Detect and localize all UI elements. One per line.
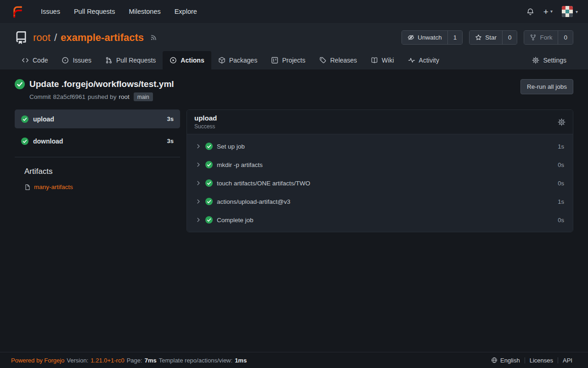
tab-releases[interactable]: Releases — [312, 51, 364, 69]
star-button-group: Star 0 — [469, 30, 517, 45]
tab-code[interactable]: Code — [15, 51, 55, 69]
watchers-count[interactable]: 1 — [447, 31, 463, 44]
code-icon — [22, 57, 29, 64]
fork-button-group: Fork 0 — [524, 30, 573, 45]
project-icon — [271, 57, 278, 64]
tab-settings[interactable]: Settings — [525, 51, 573, 69]
footer-meta: Powered by Forgejo Version: 1.21.0+1-rc0… — [11, 357, 247, 364]
repo-tabs: Code Issues Pull Requests Actions Packag… — [15, 51, 573, 69]
step-row-mkdir[interactable]: mkdir -p artifacts 0s — [187, 155, 573, 174]
api-link[interactable]: API — [558, 357, 577, 364]
forks-count[interactable]: 0 — [558, 31, 573, 44]
fork-label: Fork — [540, 34, 552, 41]
step-success-icon — [205, 216, 213, 224]
job-detail-status: Success — [194, 123, 217, 130]
tab-projects[interactable]: Projects — [264, 51, 312, 69]
step-success-icon — [205, 179, 213, 187]
version-link[interactable]: 1.21.0+1-rc0 — [90, 357, 124, 364]
job-steps-list: Set up job 1s mkdir -p artifacts 0s touc… — [187, 134, 573, 232]
commit-sha-link[interactable]: 82a5cf6961 — [53, 93, 86, 100]
chevron-right-icon — [196, 180, 201, 186]
job-detail-panel: upload Success Set up job 1s mkdir -p — [187, 109, 573, 232]
job-detail-title: upload — [194, 114, 217, 122]
star-icon — [475, 34, 482, 41]
job-options-button[interactable] — [558, 118, 565, 126]
settings-gear-icon — [532, 57, 539, 64]
globe-icon — [491, 357, 498, 363]
create-new-button[interactable]: +▾ — [543, 7, 553, 16]
watch-button-group: Unwatch 1 — [401, 30, 463, 45]
fork-button[interactable]: Fork — [524, 31, 558, 44]
actions-run-view: Update .forgejo/workflows/test.yml Commi… — [0, 69, 588, 352]
plus-icon: + — [543, 7, 548, 16]
package-icon — [218, 57, 226, 64]
job-item-download[interactable]: download 3s — [15, 132, 180, 150]
nav-milestones[interactable]: Milestones — [122, 4, 167, 19]
run-subtitle: Commit 82a5cf6961 pushed by root main — [29, 92, 174, 101]
nav-pull-requests[interactable]: Pull Requests — [67, 4, 122, 19]
tab-pull-requests[interactable]: Pull Requests — [98, 51, 163, 69]
step-row-touch-artifacts[interactable]: touch artifacts/ONE artifacts/TWO 0s — [187, 174, 573, 192]
step-row-set-up-job[interactable]: Set up job 1s — [187, 137, 573, 155]
nav-explore[interactable]: Explore — [168, 4, 204, 19]
page-time-label: Page: — [127, 357, 142, 364]
unwatch-label: Unwatch — [418, 34, 442, 41]
language-selector[interactable]: English — [486, 357, 525, 364]
repo-icon — [15, 31, 28, 44]
template-time-label: Template repo/actions/view: — [159, 357, 232, 364]
powered-by-link[interactable]: Powered by Forgejo — [11, 357, 64, 364]
repo-owner-link[interactable]: root — [33, 32, 51, 44]
chevron-right-icon — [196, 162, 201, 167]
tab-wiki[interactable]: Wiki — [364, 51, 401, 69]
job-detail-header: upload Success — [187, 110, 573, 134]
step-row-complete-job[interactable]: Complete job 0s — [187, 211, 573, 229]
step-success-icon — [205, 198, 213, 205]
star-button[interactable]: Star — [469, 31, 502, 44]
sidebar-divider — [15, 157, 180, 157]
job-item-upload[interactable]: upload 3s — [15, 109, 180, 128]
tab-issues[interactable]: Issues — [55, 51, 98, 69]
repo-separator: / — [54, 32, 57, 44]
page-footer: Powered by Forgejo Version: 1.21.0+1-rc0… — [0, 352, 588, 368]
run-info: Update .forgejo/workflows/test.yml Commi… — [15, 79, 174, 101]
repo-header: root / example-artifacts — [0, 23, 588, 69]
artifact-link-many-artifacts[interactable]: many-artifacts — [15, 184, 180, 190]
stars-count[interactable]: 0 — [502, 31, 517, 44]
version-label: Version: — [67, 357, 88, 364]
user-menu[interactable]: ▾ — [562, 6, 578, 17]
repo-title: root / example-artifacts — [33, 32, 144, 44]
rss-button[interactable] — [150, 34, 157, 41]
repo-name-link[interactable]: example-artifacts — [61, 32, 144, 44]
artifacts-heading: Artifacts — [15, 167, 180, 176]
tab-actions[interactable]: Actions — [163, 51, 211, 69]
chevron-right-icon — [196, 144, 201, 149]
rerun-all-jobs-button[interactable]: Re-run all jobs — [520, 79, 573, 94]
chevron-down-icon: ▾ — [576, 9, 578, 14]
tag-icon — [319, 57, 327, 64]
book-icon — [371, 57, 378, 64]
notifications-button[interactable] — [526, 8, 534, 16]
eye-off-icon — [407, 34, 414, 41]
top-navbar: Issues Pull Requests Milestones Explore … — [0, 0, 588, 23]
avatar — [562, 6, 573, 17]
step-success-icon — [205, 161, 213, 168]
chevron-right-icon — [196, 217, 201, 223]
pushed-by-label: pushed by — [88, 93, 116, 100]
jobs-sidebar: upload 3s download 3s Artifacts many-art… — [15, 109, 180, 190]
author-link[interactable]: root — [119, 93, 129, 100]
nav-issues[interactable]: Issues — [34, 4, 67, 19]
issue-icon — [62, 57, 69, 64]
forgejo-logo[interactable] — [10, 5, 24, 18]
tab-activity[interactable]: Activity — [401, 51, 446, 69]
tab-packages[interactable]: Packages — [211, 51, 264, 69]
chevron-right-icon — [196, 199, 201, 204]
licenses-link[interactable]: Licenses — [525, 357, 558, 364]
fork-icon — [530, 34, 537, 41]
unwatch-button[interactable]: Unwatch — [402, 31, 447, 44]
run-title: Update .forgejo/workflows/test.yml — [29, 79, 174, 89]
gear-icon — [558, 118, 565, 126]
step-row-upload-artifact[interactable]: actions/upload-artifact@v3 1s — [187, 192, 573, 211]
branch-badge[interactable]: main — [134, 92, 153, 101]
pulse-icon — [408, 57, 415, 64]
bell-icon — [526, 8, 534, 16]
